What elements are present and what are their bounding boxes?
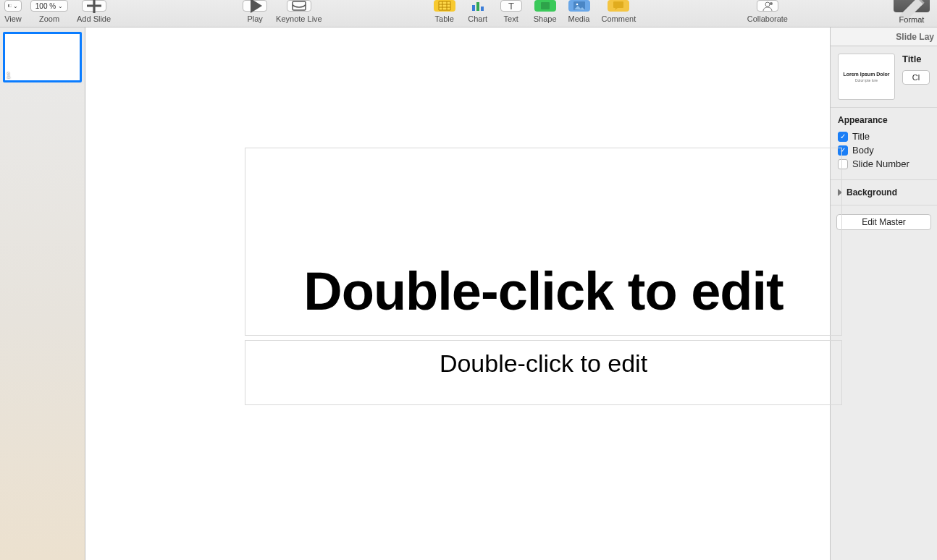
- slide-number-toggle-row: Slide Number: [838, 158, 930, 169]
- media-label: Media: [568, 14, 590, 23]
- svg-rect-10: [613, 1, 623, 8]
- play-label: Play: [247, 14, 262, 23]
- svg-rect-7: [541, 2, 550, 9]
- chart-label: Chart: [468, 14, 487, 23]
- body-placeholder[interactable]: Double-click to edit: [245, 340, 842, 405]
- svg-point-9: [576, 4, 578, 6]
- slide: Double-click to edit Double-click to edi…: [158, 120, 825, 496]
- background-label: Background: [846, 187, 897, 198]
- view-button[interactable]: ⌄: [4, 0, 22, 12]
- title-toggle-label: Title: [852, 131, 870, 142]
- keynote-live-icon: [290, 0, 308, 12]
- table-icon: [438, 1, 451, 11]
- slide-number: 1: [7, 72, 11, 80]
- view-icon: [8, 4, 12, 7]
- svg-rect-3: [472, 5, 475, 11]
- add-slide-group: Add Slide: [72, 0, 115, 23]
- table-group: Table: [428, 0, 461, 23]
- chart-icon: [471, 1, 484, 11]
- text-group: T Text: [495, 0, 528, 23]
- media-button[interactable]: [568, 0, 590, 12]
- collaborate-icon: [761, 1, 774, 11]
- master-preview: Lorem Ipsum Dolor Dolor ipte lure: [838, 54, 895, 100]
- body-toggle-row: Body: [838, 145, 930, 156]
- body-toggle-label: Body: [852, 145, 874, 156]
- comment-button[interactable]: [608, 0, 629, 12]
- table-button[interactable]: [434, 0, 455, 12]
- svg-rect-0: [8, 4, 9, 7]
- add-slide-label: Add Slide: [77, 14, 111, 23]
- title-placeholder-text: Double-click to edit: [303, 260, 783, 322]
- zoom-dropdown[interactable]: 100 % ⌄: [30, 0, 68, 12]
- zoom-value: 100 %: [35, 2, 56, 10]
- slide-canvas[interactable]: Double-click to edit Double-click to edi…: [85, 27, 830, 560]
- chart-group: Chart: [461, 0, 495, 23]
- title-toggle-row: Title: [838, 131, 930, 142]
- shape-icon: [539, 1, 552, 11]
- toolbar: ⌄ View 100 % ⌄ Zoom Add Slide Play Keyno…: [0, 0, 937, 27]
- play-icon: [246, 0, 264, 14]
- change-master-button[interactable]: Cl: [902, 70, 930, 85]
- collaborate-group: Collaborate: [741, 0, 794, 23]
- format-inspector: Slide Lay Lorem Ipsum Dolor Dolor ipte l…: [830, 27, 937, 560]
- svg-point-11: [765, 2, 770, 7]
- add-slide-button[interactable]: [82, 0, 106, 12]
- slide-number-toggle-label: Slide Number: [852, 158, 909, 169]
- title-placeholder[interactable]: Double-click to edit: [245, 148, 842, 336]
- comment-label: Comment: [602, 14, 636, 23]
- chart-button[interactable]: [467, 0, 489, 12]
- main-area: 1 Double-click to edit Double-click to e…: [0, 27, 937, 560]
- table-label: Table: [435, 14, 454, 23]
- text-label: Text: [504, 14, 518, 23]
- body-placeholder-text: Double-click to edit: [440, 349, 647, 378]
- text-icon: T: [505, 1, 518, 11]
- slide-navigator[interactable]: 1: [0, 27, 85, 560]
- slide-thumbnail[interactable]: 1: [3, 32, 82, 82]
- background-row[interactable]: Background: [831, 180, 937, 205]
- svg-text:T: T: [508, 1, 514, 11]
- zoom-group: 100 % ⌄ Zoom: [26, 0, 72, 23]
- svg-point-12: [770, 2, 773, 5]
- title-checkbox[interactable]: [838, 132, 848, 142]
- master-name: Title: [902, 54, 930, 64]
- appearance-section: Appearance Title Body Slide Number: [831, 108, 937, 180]
- format-label: Format: [899, 15, 925, 24]
- appearance-header: Appearance: [838, 115, 930, 125]
- master-section: Lorem Ipsum Dolor Dolor ipte lure Title …: [831, 46, 937, 108]
- collaborate-label: Collaborate: [747, 14, 788, 23]
- play-group: Play: [238, 0, 272, 23]
- play-button[interactable]: [243, 0, 267, 12]
- svg-rect-5: [481, 7, 484, 11]
- keynote-live-group: Keynote Live: [272, 0, 327, 23]
- view-label: View: [4, 14, 22, 23]
- comment-icon: [612, 1, 625, 11]
- text-button[interactable]: T: [500, 0, 522, 12]
- svg-rect-1: [9, 4, 12, 7]
- view-group: ⌄ View: [0, 0, 26, 23]
- svg-rect-4: [476, 2, 479, 11]
- format-button[interactable]: [894, 0, 930, 12]
- keynote-live-button[interactable]: [287, 0, 311, 12]
- media-group: Media: [563, 0, 596, 23]
- edit-master-button[interactable]: Edit Master: [836, 214, 931, 230]
- inspector-tab-slide-layout[interactable]: Slide Lay: [831, 27, 937, 46]
- format-group: Format: [888, 0, 937, 24]
- collaborate-button[interactable]: [757, 0, 778, 12]
- shape-group: Shape: [528, 0, 563, 23]
- shape-button[interactable]: [534, 0, 556, 12]
- zoom-label: Zoom: [39, 14, 59, 23]
- media-icon: [573, 1, 586, 11]
- shape-label: Shape: [534, 14, 557, 23]
- plus-icon: [85, 0, 103, 14]
- comment-group: Comment: [596, 0, 642, 23]
- keynote-live-label: Keynote Live: [276, 14, 322, 23]
